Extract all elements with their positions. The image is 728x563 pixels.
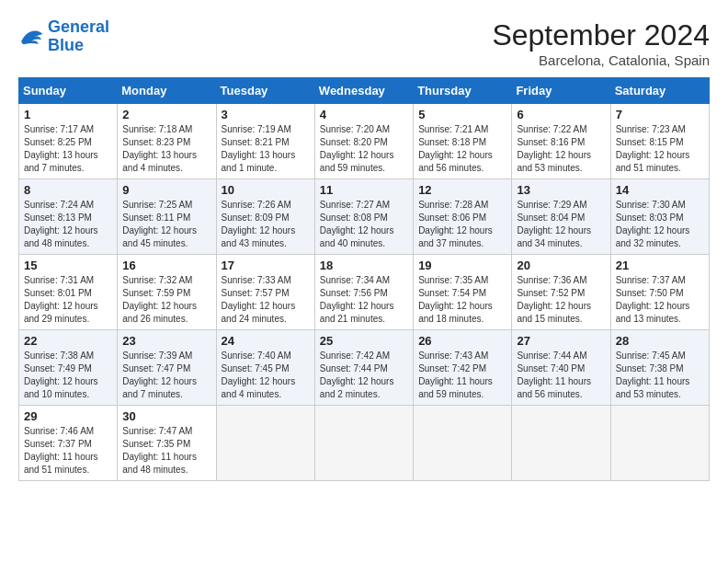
calendar-cell: 11 Sunrise: 7:27 AM Sunset: 8:08 PM Dayl… xyxy=(314,179,413,255)
day-info: Sunrise: 7:43 AM Sunset: 7:42 PM Dayligh… xyxy=(418,350,506,401)
day-number: 16 xyxy=(122,259,210,272)
daylight-minutes: and 34 minutes. xyxy=(517,238,582,248)
sunset: Sunset: 8:06 PM xyxy=(418,213,486,223)
day-number: 15 xyxy=(24,259,112,272)
logo: GeneralBlue xyxy=(18,18,109,55)
calendar-row: 15 Sunrise: 7:31 AM Sunset: 8:01 PM Dayl… xyxy=(19,255,710,330)
day-info: Sunrise: 7:21 AM Sunset: 8:18 PM Dayligh… xyxy=(418,123,506,175)
daylight-minutes: and 24 minutes. xyxy=(222,314,287,324)
day-info: Sunrise: 7:47 AM Sunset: 7:35 PM Dayligh… xyxy=(122,425,210,477)
day-number: 2 xyxy=(122,108,210,121)
day-info: Sunrise: 7:24 AM Sunset: 8:13 PM Dayligh… xyxy=(24,199,112,250)
sunset: Sunset: 8:13 PM xyxy=(24,213,92,223)
daylight-label: Daylight: 12 hours xyxy=(24,376,98,386)
sunset: Sunset: 8:04 PM xyxy=(517,213,585,223)
daylight-label: Daylight: 12 hours xyxy=(222,225,296,236)
daylight-label: Daylight: 12 hours xyxy=(517,225,591,236)
day-number: 3 xyxy=(222,108,310,121)
day-info: Sunrise: 7:31 AM Sunset: 8:01 PM Dayligh… xyxy=(24,274,112,326)
sunrise: Sunrise: 7:27 AM xyxy=(320,200,390,210)
sunset: Sunset: 8:15 PM xyxy=(616,137,684,147)
day-number: 25 xyxy=(320,334,408,348)
daylight-label: Daylight: 12 hours xyxy=(122,301,197,311)
daylight-minutes: and 43 minutes. xyxy=(222,238,287,248)
daylight-label: Daylight: 12 hours xyxy=(24,225,98,236)
sunrise: Sunrise: 7:17 AM xyxy=(24,124,94,134)
sunrise: Sunrise: 7:37 AM xyxy=(616,275,686,285)
sunrise: Sunrise: 7:33 AM xyxy=(222,275,291,285)
day-number: 17 xyxy=(222,259,310,272)
daylight-label: Daylight: 11 hours xyxy=(517,376,591,386)
day-number: 27 xyxy=(517,334,605,348)
calendar-cell: 3 Sunrise: 7:19 AM Sunset: 8:21 PM Dayli… xyxy=(216,104,314,179)
calendar-cell: 23 Sunrise: 7:39 AM Sunset: 7:47 PM Dayl… xyxy=(118,330,216,406)
month-title: September 2024 xyxy=(492,18,710,52)
calendar-cell: 26 Sunrise: 7:43 AM Sunset: 7:42 PM Dayl… xyxy=(414,330,512,406)
day-number: 5 xyxy=(418,108,506,121)
day-number: 21 xyxy=(616,259,704,272)
day-info: Sunrise: 7:42 AM Sunset: 7:44 PM Dayligh… xyxy=(320,350,408,401)
calendar-row: 1 Sunrise: 7:17 AM Sunset: 8:25 PM Dayli… xyxy=(19,104,710,179)
day-number: 29 xyxy=(24,409,112,423)
calendar-cell: 17 Sunrise: 7:33 AM Sunset: 7:57 PM Dayl… xyxy=(216,255,314,330)
calendar-cell xyxy=(512,406,610,481)
calendar-cell: 15 Sunrise: 7:31 AM Sunset: 8:01 PM Dayl… xyxy=(19,255,118,330)
sunset: Sunset: 7:45 PM xyxy=(222,363,290,373)
day-number: 6 xyxy=(517,108,605,121)
daylight-label: Daylight: 12 hours xyxy=(418,225,493,236)
sunset: Sunset: 7:47 PM xyxy=(122,363,190,373)
sunrise: Sunrise: 7:46 AM xyxy=(24,426,94,436)
calendar-cell: 20 Sunrise: 7:36 AM Sunset: 7:52 PM Dayl… xyxy=(512,255,610,330)
daylight-label: Daylight: 11 hours xyxy=(122,452,197,462)
sunrise: Sunrise: 7:32 AM xyxy=(122,275,192,285)
daylight-minutes: and 56 minutes. xyxy=(418,163,483,173)
calendar-cell: 16 Sunrise: 7:32 AM Sunset: 7:59 PM Dayl… xyxy=(118,255,216,330)
sunset: Sunset: 8:09 PM xyxy=(222,213,290,223)
sunrise: Sunrise: 7:34 AM xyxy=(320,275,390,285)
sunrise: Sunrise: 7:26 AM xyxy=(222,200,291,210)
calendar-cell: 21 Sunrise: 7:37 AM Sunset: 7:50 PM Dayl… xyxy=(610,255,709,330)
calendar-cell: 7 Sunrise: 7:23 AM Sunset: 8:15 PM Dayli… xyxy=(610,104,709,179)
calendar-cell xyxy=(610,406,709,481)
daylight-minutes: and 59 minutes. xyxy=(320,163,385,173)
day-number: 10 xyxy=(222,183,310,197)
daylight-label: Daylight: 12 hours xyxy=(320,150,394,160)
day-info: Sunrise: 7:34 AM Sunset: 7:56 PM Dayligh… xyxy=(320,274,408,326)
day-info: Sunrise: 7:20 AM Sunset: 8:20 PM Dayligh… xyxy=(320,123,408,175)
calendar-cell: 25 Sunrise: 7:42 AM Sunset: 7:44 PM Dayl… xyxy=(314,330,413,406)
daylight-label: Daylight: 11 hours xyxy=(616,376,690,386)
day-number: 26 xyxy=(418,334,506,348)
sunrise: Sunrise: 7:22 AM xyxy=(517,124,586,134)
daylight-minutes: and 29 minutes. xyxy=(24,314,89,324)
day-info: Sunrise: 7:30 AM Sunset: 8:03 PM Dayligh… xyxy=(616,199,704,250)
day-info: Sunrise: 7:18 AM Sunset: 8:23 PM Dayligh… xyxy=(122,123,210,175)
daylight-minutes: and 18 minutes. xyxy=(418,314,483,324)
daylight-label: Daylight: 12 hours xyxy=(616,150,690,160)
day-number: 1 xyxy=(24,108,112,121)
calendar-cell: 28 Sunrise: 7:45 AM Sunset: 7:38 PM Dayl… xyxy=(610,330,709,406)
day-number: 9 xyxy=(122,183,210,197)
sunrise: Sunrise: 7:42 AM xyxy=(320,350,390,361)
sunrise: Sunrise: 7:39 AM xyxy=(122,350,192,361)
sunset: Sunset: 7:54 PM xyxy=(418,288,486,298)
sunrise: Sunrise: 7:45 AM xyxy=(616,350,686,361)
daylight-minutes: and 48 minutes. xyxy=(122,465,188,475)
sunset: Sunset: 7:40 PM xyxy=(517,363,585,373)
daylight-label: Daylight: 12 hours xyxy=(418,301,493,311)
day-number: 7 xyxy=(616,108,704,121)
col-monday: Monday xyxy=(118,78,216,104)
daylight-label: Daylight: 12 hours xyxy=(616,301,690,311)
day-info: Sunrise: 7:46 AM Sunset: 7:37 PM Dayligh… xyxy=(24,425,112,477)
daylight-label: Daylight: 12 hours xyxy=(418,150,493,160)
day-info: Sunrise: 7:17 AM Sunset: 8:25 PM Dayligh… xyxy=(24,123,112,175)
day-info: Sunrise: 7:32 AM Sunset: 7:59 PM Dayligh… xyxy=(122,274,210,326)
day-info: Sunrise: 7:33 AM Sunset: 7:57 PM Dayligh… xyxy=(222,274,310,326)
daylight-label: Daylight: 12 hours xyxy=(122,225,197,236)
sunrise: Sunrise: 7:25 AM xyxy=(122,200,192,210)
day-number: 20 xyxy=(517,259,605,272)
day-info: Sunrise: 7:37 AM Sunset: 7:50 PM Dayligh… xyxy=(616,274,704,326)
sunset: Sunset: 7:57 PM xyxy=(222,288,290,298)
calendar-row: 22 Sunrise: 7:38 AM Sunset: 7:49 PM Dayl… xyxy=(19,330,710,406)
daylight-minutes: and 48 minutes. xyxy=(24,238,89,248)
day-number: 11 xyxy=(320,183,408,197)
